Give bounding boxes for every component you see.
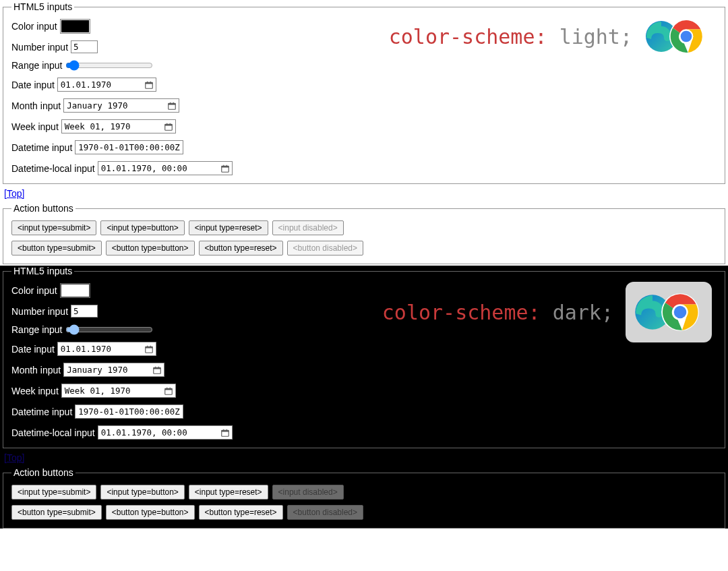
week-input-row: Week input Week 01, 1970 [11, 384, 717, 398]
number-input-label: Number input [11, 42, 68, 53]
scheme-prop: color-scheme: [382, 301, 541, 324]
month-input-label: Month input [11, 100, 61, 111]
date-input-label: Date input [11, 80, 55, 90]
datetime-value: 1970-01-01T00:00:00Z [78, 142, 180, 152]
scheme-val: light; [559, 25, 632, 49]
top-link[interactable]: [Top] [0, 450, 28, 466]
date-value: 01.01.1970 [61, 344, 111, 354]
input-buttons-row: <input type=submit> <input type=button> … [11, 220, 717, 235]
week-input-label: Week input [11, 121, 59, 132]
chrome-icon [669, 19, 704, 54]
week-input[interactable]: Week 01, 1970 [61, 384, 176, 398]
color-input-label: Color input [11, 21, 57, 32]
calendar-icon[interactable] [168, 102, 176, 110]
month-input[interactable]: January 1970 [63, 98, 179, 113]
svg-rect-29 [164, 388, 172, 390]
button-disabled-button: <button disabled> [287, 241, 363, 256]
input-buttons-row: <input type=submit> <input type=button> … [11, 485, 717, 500]
calendar-icon[interactable] [164, 123, 173, 131]
scheme-badge: color-scheme: dark; [382, 282, 712, 342]
datetime-value: 1970-01-01T00:00:00Z [78, 407, 180, 417]
month-value: January 1970 [67, 100, 127, 111]
action-buttons-fieldset: Action buttons <input type=submit> <inpu… [3, 467, 725, 529]
number-input-label: Number input [11, 306, 68, 317]
input-disabled-button: <input disabled> [272, 220, 344, 235]
range-input-label: Range input [11, 60, 63, 71]
button-buttons-row: <button type=submit> <button type=button… [11, 505, 717, 520]
browser-icons [626, 282, 712, 342]
range-input[interactable] [65, 60, 153, 71]
button-button-button[interactable]: <button type=button> [106, 505, 195, 520]
button-reset-button[interactable]: <button type=reset> [199, 505, 283, 520]
scheme-text: color-scheme: light; [389, 25, 632, 49]
date-input-row: Date input 01.01.1970 [11, 78, 717, 92]
color-swatch [61, 284, 89, 297]
svg-rect-9 [164, 124, 172, 125]
input-button-button[interactable]: <input type=button> [100, 220, 184, 235]
datetime-local-input-label: Datetime-local input [11, 427, 95, 438]
html5-inputs-legend: HTML5 inputs [11, 1, 74, 12]
datetime-local-value: 01.01.1970, 00:00 [101, 427, 187, 438]
svg-rect-33 [221, 430, 229, 431]
range-input[interactable] [65, 324, 153, 335]
calendar-icon[interactable] [221, 429, 229, 437]
button-submit-button[interactable]: <button type=submit> [11, 241, 102, 256]
number-input[interactable] [71, 305, 98, 318]
scheme-prop: color-scheme: [389, 25, 547, 49]
top-link[interactable]: [Top] [0, 185, 28, 202]
input-reset-button[interactable]: <input type=reset> [189, 220, 268, 235]
button-disabled-button: <button disabled> [287, 505, 363, 520]
datetime-input[interactable]: 1970-01-01T00:00:00Z [75, 140, 183, 154]
light-scheme-section: HTML5 inputs Color input Number input Ra… [0, 1, 728, 264]
svg-rect-25 [154, 367, 161, 369]
button-reset-button[interactable]: <button type=reset> [199, 241, 283, 256]
datetime-input[interactable]: 1970-01-01T00:00:00Z [75, 404, 183, 419]
month-input-label: Month input [11, 365, 61, 375]
action-buttons-legend: Action buttons [11, 203, 75, 214]
date-input-label: Date input [11, 344, 55, 355]
calendar-icon[interactable] [145, 81, 153, 89]
button-buttons-row: <button type=submit> <button type=button… [11, 241, 717, 256]
input-button-button[interactable]: <input type=button> [100, 485, 184, 500]
input-disabled-button: <input disabled> [272, 485, 344, 500]
button-button-button[interactable]: <button type=button> [106, 241, 195, 256]
scheme-val: dark; [553, 301, 613, 324]
calendar-icon[interactable] [164, 387, 173, 395]
calendar-icon[interactable] [221, 164, 229, 173]
dark-scheme-section: HTML5 inputs Color input Number input Ra… [0, 266, 728, 529]
input-submit-button[interactable]: <input type=submit> [11, 485, 96, 500]
input-submit-button[interactable]: <input type=submit> [11, 220, 96, 235]
date-input[interactable]: 01.01.1970 [57, 342, 156, 356]
browser-icons [644, 18, 712, 55]
datetime-input-label: Datetime input [11, 142, 72, 153]
datetime-local-input-row: Datetime-local input 01.01.1970, 00:00 [11, 425, 717, 440]
calendar-icon[interactable] [145, 345, 153, 353]
svg-point-39 [674, 306, 687, 319]
month-input-row: Month input January 1970 [11, 98, 717, 113]
range-input-row: Range input [11, 60, 717, 71]
chrome-icon [661, 293, 700, 332]
html5-inputs-legend: HTML5 inputs [11, 266, 74, 276]
week-value: Week 01, 1970 [65, 386, 131, 396]
input-reset-button[interactable]: <input type=reset> [189, 485, 268, 500]
month-input[interactable]: January 1970 [63, 363, 164, 377]
color-input[interactable] [60, 19, 90, 34]
svg-rect-1 [146, 82, 153, 84]
date-value: 01.01.1970 [61, 80, 111, 90]
number-input[interactable] [71, 40, 98, 53]
svg-rect-13 [221, 166, 229, 167]
week-input[interactable]: Week 01, 1970 [61, 119, 176, 133]
date-input[interactable]: 01.01.1970 [57, 78, 156, 92]
datetime-local-input[interactable]: 01.01.1970, 00:00 [98, 161, 233, 175]
calendar-icon[interactable] [153, 366, 161, 374]
datetime-local-input-label: Datetime-local input [11, 163, 95, 174]
button-submit-button[interactable]: <button type=submit> [11, 505, 102, 520]
color-input[interactable] [60, 283, 90, 298]
svg-rect-21 [146, 347, 153, 348]
action-buttons-legend: Action buttons [11, 467, 75, 478]
week-input-row: Week input Week 01, 1970 [11, 119, 717, 133]
datetime-local-input[interactable]: 01.01.1970, 00:00 [98, 425, 233, 440]
month-value: January 1970 [67, 365, 127, 375]
datetime-local-value: 01.01.1970, 00:00 [101, 163, 187, 173]
week-input-label: Week input [11, 386, 59, 396]
